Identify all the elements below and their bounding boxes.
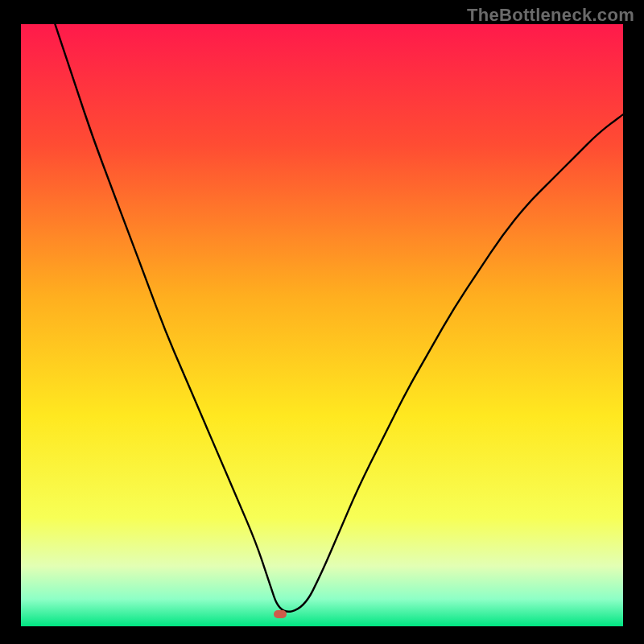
optimal-point-marker	[274, 610, 287, 618]
watermark-text: TheBottleneck.com	[467, 5, 634, 26]
chart-frame: TheBottleneck.com	[0, 0, 644, 644]
gradient-background	[21, 24, 623, 626]
plot-area	[21, 24, 623, 626]
plot-svg	[21, 24, 623, 626]
